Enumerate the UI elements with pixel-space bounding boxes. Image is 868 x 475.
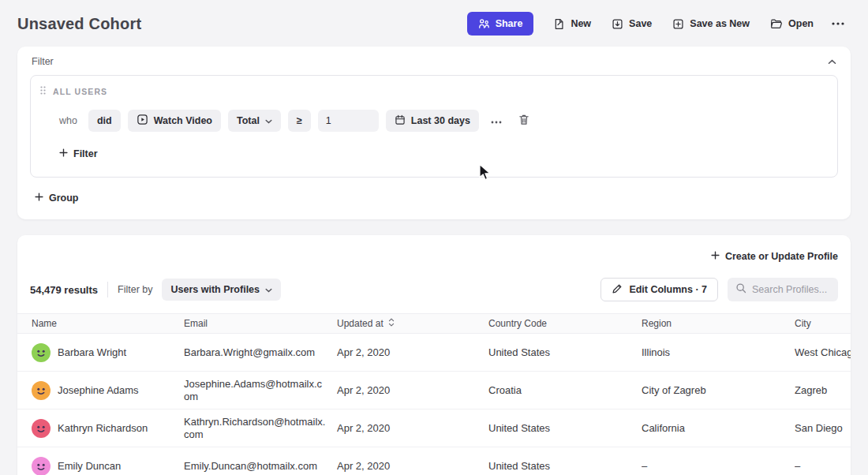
save-as-new-button[interactable]: Save as New [664,12,758,36]
column-header-country-code[interactable]: Country Code [488,318,642,329]
column-header-email[interactable]: Email [184,318,337,329]
new-button[interactable]: New [544,12,600,36]
table-header-row: Name Email Updated at Country Code Regio… [17,313,851,334]
column-header-label: City [795,318,811,329]
column-header-label: Updated at [337,318,383,329]
filter-card: Filter ALL USERS who did Watch Video [17,47,851,219]
cell-city: – [795,460,851,473]
plus-icon [59,148,68,159]
cell-email: Emily.Duncan@hotmailx.com [184,460,337,473]
divider [107,282,108,297]
table-row[interactable]: Emily Duncan Emily.Duncan@hotmailx.com A… [17,447,851,475]
cell-email: Barbara.Wright@gmailx.com [184,346,337,359]
search-profiles-input[interactable] [752,284,830,295]
cell-region: – [642,460,795,473]
more-options-button[interactable] [825,12,851,36]
more-horizontal-icon [832,22,844,25]
cell-name-text: Emily Duncan [58,460,121,473]
search-box [728,278,838,301]
did-label: did [97,115,112,126]
cell-updated-at: Apr 2, 2020 [337,384,488,397]
cell-updated-at: Apr 2, 2020 [337,346,488,359]
calendar-icon [395,114,406,128]
trash-icon [518,114,529,128]
cell-city: West Chicago [795,346,851,359]
column-header-region[interactable]: Region [642,318,795,329]
cell-name: Emily Duncan [32,457,184,475]
cell-country-code: United States [488,346,642,359]
event-icon [137,114,148,128]
event-label: Watch Video [154,115,212,126]
top-bar: Unsaved Cohort Share New Save Save as Ne… [0,0,868,47]
profiles-filter-label: Users with Profiles [170,284,260,295]
sort-icon[interactable] [388,318,395,329]
drag-handle-icon[interactable] [40,86,46,96]
cell-name: Josephine Adams [32,381,184,400]
cell-country-code: United States [488,422,642,435]
table-row[interactable]: Josephine Adams Josephine.Adams@hotmailx… [17,372,851,410]
cell-region: City of Zagreb [642,384,795,397]
collapse-filter-button[interactable] [828,55,836,67]
search-icon [735,282,746,297]
edit-columns-button[interactable]: Edit Columns · 7 [600,278,718,301]
toolbar-actions: Share New Save Save as New Open [467,12,851,36]
column-header-label: Region [642,318,672,329]
filter-card-header: Filter [30,55,838,67]
add-group-label: Group [49,193,79,204]
threshold-value-input[interactable] [318,110,379,132]
column-header-updated-at[interactable]: Updated at [337,318,488,329]
cell-country-code: United States [488,460,642,473]
column-header-label: Country Code [488,318,547,329]
add-filter-label: Filter [73,148,98,159]
save-as-new-icon [672,18,684,30]
plus-icon [711,251,720,262]
date-range-button[interactable]: Last 30 days [386,110,479,132]
results-controls: 54,479 results Filter by Users with Prof… [17,275,851,313]
save-button[interactable]: Save [603,12,660,36]
more-horizontal-icon [491,115,502,126]
add-group-button[interactable]: Group [35,187,79,209]
save-button-label: Save [629,18,652,29]
edit-columns-label: Edit Columns · 7 [629,284,707,295]
avatar [32,419,51,438]
new-button-label: New [571,18,591,29]
new-document-icon [553,18,565,30]
did-toggle-button[interactable]: did [88,110,121,132]
avatar [32,381,51,400]
cell-city: Zagreb [795,384,851,397]
cell-name-text: Barbara Wright [58,346,126,359]
event-selector-button[interactable]: Watch Video [128,110,221,132]
filter-label: Filter [32,56,54,67]
filter-condition-row: who did Watch Video Total ≥ [59,110,828,132]
cell-name: Kathryn Richardson [32,419,184,438]
page-title: Unsaved Cohort [17,15,141,33]
group-label: ALL USERS [53,87,107,96]
delete-condition-button[interactable] [514,110,534,132]
add-filter-button[interactable]: Filter [59,143,98,165]
open-button[interactable]: Open [761,12,822,36]
operator-button[interactable]: ≥ [288,110,311,132]
chevron-up-icon [828,55,836,67]
aggregation-dropdown[interactable]: Total [228,110,281,132]
save-as-new-button-label: Save as New [690,18,750,29]
column-header-city[interactable]: City [795,318,851,329]
open-button-label: Open [788,18,814,29]
share-icon [478,18,490,29]
share-button[interactable]: Share [467,12,534,36]
cell-name: Barbara Wright [32,343,184,362]
pencil-icon [612,283,623,297]
cell-email: Kathryn.Richardson@hotmailx.com [184,416,337,441]
results-card-header: Create or Update Profile [17,235,851,275]
table-row[interactable]: Kathryn Richardson Kathryn.Richardson@ho… [17,410,851,447]
create-or-update-profile-button[interactable]: Create or Update Profile [711,245,838,267]
cell-region: California [642,422,795,435]
chevron-down-icon [265,284,272,295]
cell-email: Josephine.Adams@hotmailx.com [184,378,337,403]
column-header-name[interactable]: Name [32,318,184,329]
aggregation-label: Total [237,115,260,126]
condition-more-button[interactable] [486,110,507,132]
table-body: Barbara Wright Barbara.Wright@gmailx.com… [17,334,851,475]
profiles-filter-dropdown[interactable]: Users with Profiles [162,279,281,301]
table-row[interactable]: Barbara Wright Barbara.Wright@gmailx.com… [17,334,851,372]
save-icon [612,18,623,30]
